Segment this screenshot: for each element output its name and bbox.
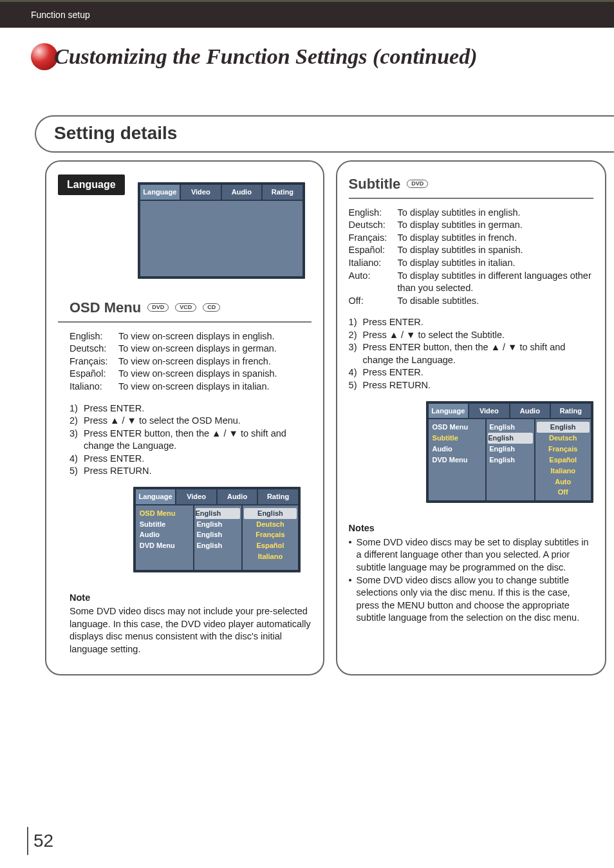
osd-list-item: Subtitle xyxy=(140,519,189,530)
osd-option: Deutsch xyxy=(538,433,588,444)
osd-tab-video: Video xyxy=(181,185,222,200)
osd-values: English English English English xyxy=(194,505,243,570)
step-text: Press RETURN. xyxy=(363,379,593,392)
def-val: To display subtitles in french. xyxy=(398,232,593,245)
dvd-badge-icon: DVD xyxy=(407,180,428,188)
step-text: Press RETURN. xyxy=(84,465,312,478)
osd-option: Italiano xyxy=(245,551,295,562)
note-heading: Note xyxy=(70,592,312,605)
def-key: English: xyxy=(70,330,118,343)
divider xyxy=(58,321,312,323)
def-val: To display subtitles in german. xyxy=(398,219,593,232)
dvd-badge-icon: DVD xyxy=(147,303,169,312)
cd-badge-icon: CD xyxy=(203,303,220,312)
osd-tabs: Language Video Audio Rating xyxy=(136,489,298,505)
subtitle-definitions: English:To display subtitles in english.… xyxy=(349,207,593,308)
vcd-badge-icon: VCD xyxy=(175,303,196,312)
osd-option: Français xyxy=(245,529,295,540)
osd-preview-bottom: Language Video Audio Rating OSD Menu Sub… xyxy=(133,487,301,572)
osd-tab-audio: Audio xyxy=(510,404,552,419)
osd-list-item: DVD Menu xyxy=(140,540,189,551)
page-number-rule-icon xyxy=(27,827,28,855)
osd-tab-rating: Rating xyxy=(258,489,298,504)
osd-tab-rating: Rating xyxy=(263,185,302,200)
notes-heading: Notes xyxy=(349,522,593,535)
osd-tab-audio: Audio xyxy=(222,185,263,200)
def-key: Auto: xyxy=(349,270,398,295)
osd-option: English xyxy=(537,422,590,433)
osd-option: Deutsch xyxy=(245,519,295,530)
step-text: Press ENTER. xyxy=(84,402,312,415)
osd-list-item: Subtitle xyxy=(433,433,482,444)
osd-menu-heading: OSD Menu xyxy=(70,298,141,317)
osd-list-item: Audio xyxy=(140,529,189,540)
osd-tab-language: Language xyxy=(136,489,177,504)
def-val: To display subtitles in english. xyxy=(398,207,593,220)
divider xyxy=(349,198,593,199)
def-key: Italiano: xyxy=(349,257,398,270)
osd-list-item: OSD Menu xyxy=(140,508,189,519)
osd-option: Español xyxy=(245,540,295,551)
def-val: To view on-screen displays in english. xyxy=(118,330,312,343)
osd-tab-video: Video xyxy=(469,404,510,419)
osd-tab-rating: Rating xyxy=(551,404,591,419)
section-header: Function setup xyxy=(0,2,614,28)
note-body: Some DVD video discs may not include you… xyxy=(70,605,312,656)
page-number: 52 xyxy=(27,827,53,855)
osd-option: Italiano xyxy=(538,466,588,476)
step-text: Press ▲ / ▼ to select the Subtitle. xyxy=(363,329,593,342)
osd-value: English xyxy=(197,529,239,540)
step-num: 1) xyxy=(70,402,84,415)
subtitle-heading-row: Subtitle DVD xyxy=(349,175,593,194)
subtitle-heading: Subtitle xyxy=(349,175,401,194)
def-val: To display subtitles in spanish. xyxy=(398,244,593,257)
osd-preview-wrap: Language Video Audio Rating OSD Menu Sub… xyxy=(122,487,312,572)
osd-preview-wrap: Language Video Audio Rating OSD Menu Sub… xyxy=(426,401,593,504)
step-text: Press ENTER. xyxy=(84,453,312,466)
osd-menu-heading-row: OSD Menu DVD VCD CD xyxy=(70,298,312,317)
step-num: 4) xyxy=(70,453,84,466)
def-val: To display subtitles in different langua… xyxy=(398,270,593,295)
def-key: English: xyxy=(349,207,398,220)
osd-tab-audio: Audio xyxy=(218,489,259,504)
step-text: Press ENTER. xyxy=(363,316,593,329)
note-item: Some DVD video discs allow you to change… xyxy=(357,574,593,625)
notes-list: Some DVD video discs may be set to displ… xyxy=(349,536,593,625)
right-column: Subtitle DVD English:To display subtitle… xyxy=(336,160,606,675)
left-column: Language Language Video Audio Rating OSD… xyxy=(45,160,324,675)
step-num: 5) xyxy=(349,379,363,392)
step-num: 4) xyxy=(349,366,363,379)
step-num: 2) xyxy=(349,329,363,342)
osd-tabs: Language Video Audio Rating xyxy=(429,404,591,420)
osd-body: OSD Menu Subtitle Audio DVD Menu English… xyxy=(429,419,591,500)
osd-values: English English English English xyxy=(487,419,535,500)
step-text: Press ENTER. xyxy=(363,366,593,379)
subtitle-steps: 1)Press ENTER. 2)Press ▲ / ▼ to select t… xyxy=(349,316,593,392)
page-number-value: 52 xyxy=(33,831,53,851)
step-num: 3) xyxy=(349,341,363,366)
step-num: 1) xyxy=(349,316,363,329)
osd-list-item: OSD Menu xyxy=(433,422,482,433)
osd-tab-language: Language xyxy=(429,404,470,419)
osd-menu-steps: 1)Press ENTER. 2)Press ▲ / ▼ to select t… xyxy=(70,402,312,478)
step-num: 5) xyxy=(70,465,84,478)
osd-option: Auto xyxy=(538,476,588,487)
def-val: To view on-screen displays in italian. xyxy=(118,381,312,393)
osd-tab-video: Video xyxy=(176,489,218,504)
osd-option: Off xyxy=(538,487,588,498)
osd-value: English xyxy=(489,444,532,455)
osd-list-item: DVD Menu xyxy=(433,455,482,466)
osd-options: English Deutsch Français Español Italian… xyxy=(243,505,298,570)
setting-details-bar: Setting details xyxy=(35,115,614,153)
def-key: Italiano: xyxy=(70,381,118,393)
step-num: 2) xyxy=(70,415,84,428)
osd-preview-subtitle: Language Video Audio Rating OSD Menu Sub… xyxy=(426,401,593,504)
osd-value: English xyxy=(197,540,239,551)
def-key: Deutsch: xyxy=(70,343,118,355)
osd-option: Español xyxy=(538,455,588,466)
osd-value: English xyxy=(488,433,533,444)
def-val: To view on-screen displays in spanish. xyxy=(118,368,312,381)
osd-value: English xyxy=(197,519,239,530)
osd-list-item: Audio xyxy=(433,444,482,455)
note-item: Some DVD video discs may be set to displ… xyxy=(357,536,593,574)
